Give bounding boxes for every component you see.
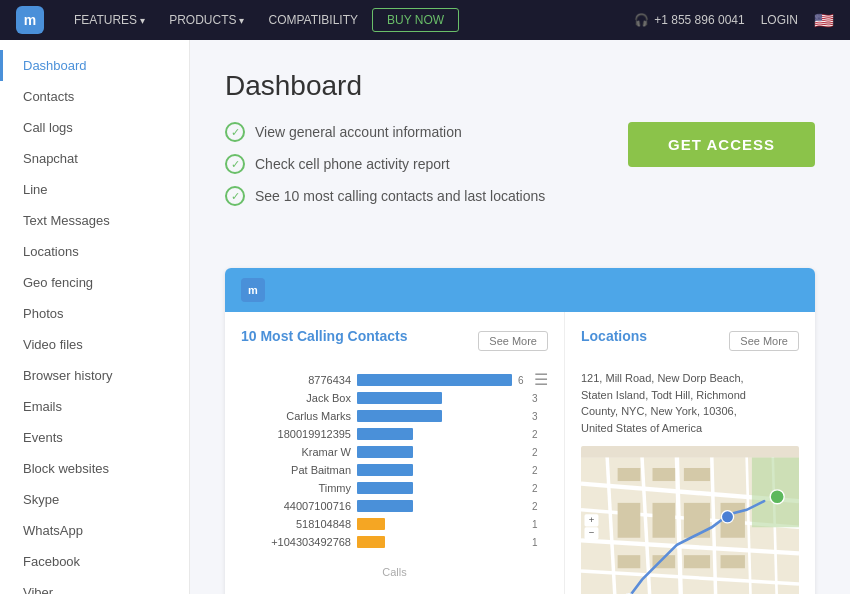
bar-row: Jack Box3 xyxy=(241,392,548,404)
sidebar-item-snapchat[interactable]: Snapchat xyxy=(0,143,189,174)
sidebar-item-whatsapp[interactable]: WhatsApp xyxy=(0,515,189,546)
bar-value: 2 xyxy=(532,501,548,512)
sidebar-item-events[interactable]: Events xyxy=(0,422,189,453)
bar-fill xyxy=(357,446,413,458)
login-link[interactable]: LOGIN xyxy=(761,13,798,27)
locations-see-more-button[interactable]: See More xyxy=(729,331,799,351)
layout: Dashboard Contacts Call logs Snapchat Li… xyxy=(0,40,850,594)
top-nav: m FEATURES PRODUCTS COMPATIBILITY BUY NO… xyxy=(0,0,850,40)
sidebar-item-browser-history[interactable]: Browser history xyxy=(0,360,189,391)
sidebar-item-line[interactable]: Line xyxy=(0,174,189,205)
calling-section-header: 10 Most Calling Contacts See More xyxy=(241,328,548,356)
bar-fill xyxy=(357,374,512,386)
panel-body: 10 Most Calling Contacts See More ☰ 8776… xyxy=(225,312,815,594)
sidebar-item-skype[interactable]: Skype xyxy=(0,484,189,515)
feature-item-2: ✓ Check cell phone activity report xyxy=(225,154,545,174)
check-icon-3: ✓ xyxy=(225,186,245,206)
bar-track xyxy=(357,464,526,476)
bar-value: 1 xyxy=(532,519,548,530)
bar-fill xyxy=(357,518,385,530)
sidebar-item-text-messages[interactable]: Text Messages xyxy=(0,205,189,236)
bar-row: 1800199123952 xyxy=(241,428,548,440)
map-container: + − Leaflet xyxy=(581,446,799,594)
bar-label: Kramar W xyxy=(241,446,351,458)
locations-section: Locations See More 121, Mill Road, New D… xyxy=(565,312,815,594)
bar-track xyxy=(357,500,526,512)
location-address: 121, Mill Road, New Dorp Beach,Staten Is… xyxy=(581,370,799,436)
svg-rect-15 xyxy=(684,468,710,481)
nav-right: 🎧 +1 855 896 0041 LOGIN 🇺🇸 xyxy=(634,11,834,30)
bar-fill xyxy=(357,410,442,422)
bar-value: 2 xyxy=(532,447,548,458)
svg-rect-20 xyxy=(618,555,641,568)
bar-row: Kramar W2 xyxy=(241,446,548,458)
sidebar: Dashboard Contacts Call logs Snapchat Li… xyxy=(0,40,190,594)
sidebar-item-contacts[interactable]: Contacts xyxy=(0,81,189,112)
bar-label: Carlus Marks xyxy=(241,410,351,422)
bar-label: Jack Box xyxy=(241,392,351,404)
feature-item-1: ✓ View general account information xyxy=(225,122,545,142)
sidebar-item-locations[interactable]: Locations xyxy=(0,236,189,267)
dashboard-panel: m 10 Most Calling Contacts See More ☰ 87… xyxy=(225,268,815,594)
svg-rect-17 xyxy=(653,503,676,538)
get-access-button[interactable]: GET ACCESS xyxy=(628,122,815,167)
feature-list: ✓ View general account information ✓ Che… xyxy=(225,122,545,218)
bar-row: Pat Baitman2 xyxy=(241,464,548,476)
check-icon-1: ✓ xyxy=(225,122,245,142)
hamburger-icon[interactable]: ☰ xyxy=(534,370,548,389)
sidebar-item-facebook[interactable]: Facebook xyxy=(0,546,189,577)
calling-see-more-button[interactable]: See More xyxy=(478,331,548,351)
nav-links: FEATURES PRODUCTS COMPATIBILITY BUY NOW xyxy=(64,8,614,32)
bar-chart: 87764346Jack Box3Carlus Marks31800199123… xyxy=(241,370,548,558)
svg-rect-14 xyxy=(653,468,676,481)
map-svg: + − xyxy=(581,446,799,594)
bar-row: Carlus Marks3 xyxy=(241,410,548,422)
sidebar-item-block-websites[interactable]: Block websites xyxy=(0,453,189,484)
sidebar-item-viber[interactable]: Viber xyxy=(0,577,189,594)
bar-value: 2 xyxy=(532,483,548,494)
panel-header: m xyxy=(225,268,815,312)
sidebar-item-photos[interactable]: Photos xyxy=(0,298,189,329)
bar-fill xyxy=(357,482,413,494)
flag-icon[interactable]: 🇺🇸 xyxy=(814,11,834,30)
bar-fill xyxy=(357,392,442,404)
sidebar-item-dashboard[interactable]: Dashboard xyxy=(0,50,189,81)
bar-fill xyxy=(357,464,413,476)
svg-rect-23 xyxy=(721,555,745,568)
bar-value: 2 xyxy=(532,429,548,440)
bar-fill xyxy=(357,428,413,440)
main-content: Dashboard ✓ View general account informa… xyxy=(190,40,850,594)
phone-number: 🎧 +1 855 896 0041 xyxy=(634,13,744,27)
page-title: Dashboard xyxy=(225,70,815,102)
bar-row: 87764346 xyxy=(241,374,534,386)
compatibility-nav[interactable]: COMPATIBILITY xyxy=(258,8,368,32)
buy-now-nav[interactable]: BUY NOW xyxy=(372,8,459,32)
bar-label: 44007100716 xyxy=(241,500,351,512)
sidebar-item-emails[interactable]: Emails xyxy=(0,391,189,422)
bar-value: 3 xyxy=(532,411,548,422)
bar-fill xyxy=(357,500,413,512)
features-nav[interactable]: FEATURES xyxy=(64,8,155,32)
top-row: ✓ View general account information ✓ Che… xyxy=(225,122,815,243)
bar-track xyxy=(357,482,526,494)
svg-text:+: + xyxy=(589,514,595,525)
check-icon-2: ✓ xyxy=(225,154,245,174)
sidebar-item-video-files[interactable]: Video files xyxy=(0,329,189,360)
bar-label: +104303492768 xyxy=(241,536,351,548)
panel-logo: m xyxy=(241,278,265,302)
products-nav[interactable]: PRODUCTS xyxy=(159,8,254,32)
calling-title: 10 Most Calling Contacts xyxy=(241,328,407,344)
bar-row: +1043034927681 xyxy=(241,536,548,548)
bar-value: 1 xyxy=(532,537,548,548)
calling-contacts-section: 10 Most Calling Contacts See More ☰ 8776… xyxy=(225,312,565,594)
locations-header: Locations See More xyxy=(581,328,799,356)
bar-fill xyxy=(357,536,385,548)
logo: m xyxy=(16,6,44,34)
bar-track xyxy=(357,392,526,404)
sidebar-item-call-logs[interactable]: Call logs xyxy=(0,112,189,143)
bar-track xyxy=(357,536,526,548)
bar-label: Timmy xyxy=(241,482,351,494)
svg-rect-13 xyxy=(618,468,641,481)
sidebar-item-geo-fencing[interactable]: Geo fencing xyxy=(0,267,189,298)
headset-icon: 🎧 xyxy=(634,13,649,27)
